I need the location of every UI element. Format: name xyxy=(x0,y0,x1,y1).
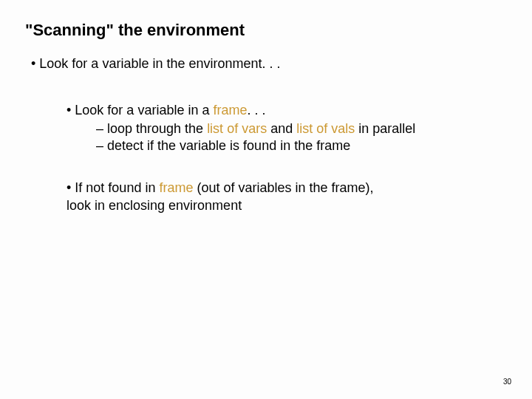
highlight-list-of-vals: list of vals xyxy=(296,121,355,136)
highlight-frame: frame xyxy=(213,103,247,117)
bullet-text-pre: Look for a variable in a xyxy=(75,103,213,117)
bullet-level2: • If not found in frame (out of variable… xyxy=(66,179,480,215)
page-number: 30 xyxy=(503,378,511,386)
bullet-marker: • xyxy=(66,180,71,195)
text-pre: If not found in xyxy=(75,180,159,195)
highlight-frame: frame xyxy=(159,180,193,195)
text-post2: look in enclosing environment xyxy=(66,198,242,213)
text: detect if the variable is found in the f… xyxy=(103,138,350,153)
text-mid: and xyxy=(267,121,296,136)
dash-marker: – xyxy=(96,121,103,136)
highlight-list-of-vars: list of vars xyxy=(207,121,267,136)
text-post: in parallel xyxy=(355,121,415,136)
bullet-level1: • Look for a variable in the environment… xyxy=(31,56,507,72)
bullet-level2: • Look for a variable in a frame. . . xyxy=(66,103,507,118)
dash-marker: – xyxy=(96,138,103,153)
slide-title: "Scanning" the environment xyxy=(25,21,507,40)
text-post1: (out of variables in the frame), xyxy=(193,180,373,195)
bullet-level3: – loop through the list of vars and list… xyxy=(96,121,507,137)
bullet-text: Look for a variable in the environment. … xyxy=(39,56,280,71)
bullet-marker: • xyxy=(31,56,35,71)
bullet-marker: • xyxy=(66,103,71,117)
text-pre: loop through the xyxy=(103,121,207,136)
bullet-level3: – detect if the variable is found in the… xyxy=(96,138,507,154)
bullet-text-post: . . . xyxy=(247,103,265,117)
